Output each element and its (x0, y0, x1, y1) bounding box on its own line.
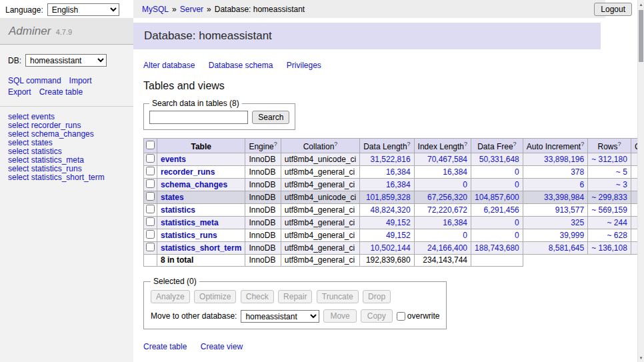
breadcrumb-link-mysql[interactable]: MySQL (142, 5, 169, 14)
breadcrumb-separator: » (172, 5, 177, 14)
select-all-checkbox[interactable] (146, 141, 155, 149)
search-input[interactable] (149, 111, 248, 124)
table-name-link[interactable]: states (161, 193, 184, 202)
logout-button[interactable]: Logout (594, 3, 632, 16)
vertical-scrollbar[interactable]: ▲ ▼ (637, 0, 644, 362)
table-name-link[interactable]: statistics (161, 205, 195, 215)
data-free-link[interactable]: 188,743,680 (475, 243, 519, 253)
auto-increment-link[interactable]: 39,999 (559, 231, 584, 240)
index-length-link[interactable]: 72,220,672 (427, 205, 467, 215)
rows-count-link[interactable]: ~ 5 (616, 167, 627, 177)
check-button[interactable]: Check (241, 290, 274, 303)
data-free-link[interactable]: 0 (515, 180, 519, 189)
rows-count-link[interactable]: ~ 569,159 (591, 205, 627, 215)
auto-increment-link[interactable]: 33,398,984 (544, 193, 584, 202)
table-name-link[interactable]: statistics_meta (161, 218, 219, 227)
row-checkbox[interactable] (146, 243, 155, 251)
data-free-link[interactable]: 104,857,600 (475, 193, 519, 202)
sidebar-item-select-statistics-short-term[interactable]: select statistics_short_term (8, 173, 125, 182)
index-length-link[interactable]: 24,166,400 (427, 243, 467, 253)
row-checkbox[interactable] (146, 205, 155, 213)
search-button[interactable]: Search (252, 111, 289, 124)
table-name-link[interactable]: events (161, 155, 186, 164)
analyze-button[interactable]: Analyze (151, 290, 190, 303)
data-length-link[interactable]: 48,824,320 (371, 205, 411, 215)
scroll-up-icon[interactable]: ▲ (638, 0, 644, 9)
alter-database-link[interactable]: Alter database (143, 61, 195, 70)
data-length-link[interactable]: 10,502,144 (371, 243, 411, 253)
data-length-link[interactable]: 101,859,328 (366, 193, 411, 202)
database-schema-link[interactable]: Database schema (209, 61, 273, 70)
data-length-link[interactable]: 16,384 (386, 180, 411, 189)
engine-cell: InnoDB (245, 153, 281, 166)
language-select[interactable]: English (47, 3, 119, 16)
table-row-recorder-runs: recorder_runs InnoDB utf8mb4_general_ci … (144, 166, 638, 179)
breadcrumb-link-server[interactable]: Server (180, 5, 203, 14)
index-length-link[interactable]: 0 (463, 180, 467, 189)
index-length-link[interactable]: 0 (463, 231, 467, 240)
overwrite-checkbox[interactable] (397, 312, 405, 321)
sidebar-link-create-table[interactable]: Create table (39, 87, 83, 97)
rows-count-link[interactable]: ~ 299,833 (591, 193, 627, 202)
row-checkbox[interactable] (146, 230, 155, 239)
table-name-link[interactable]: statistics_short_term (161, 243, 241, 253)
move-row: Move to other database: homeassistant Mo… (151, 309, 439, 323)
col-header-collation: Collation? (281, 139, 359, 153)
index-length-link[interactable]: 16,384 (443, 218, 467, 227)
privileges-link[interactable]: Privileges (287, 61, 321, 70)
data-free-link[interactable]: 50,331,648 (479, 155, 519, 164)
table-name-link[interactable]: statistics_runs (161, 231, 217, 240)
auto-increment-link[interactable]: 33,898,196 (544, 155, 584, 164)
data-length-link[interactable]: 16,384 (386, 167, 411, 177)
scrollbar-thumb[interactable] (639, 10, 643, 62)
auto-increment-link[interactable]: 6 (579, 180, 584, 189)
auto-increment-link[interactable]: 325 (571, 218, 584, 227)
table-name-link[interactable]: schema_changes (161, 180, 227, 189)
truncate-button[interactable]: Truncate (317, 290, 359, 303)
collation-cell: utf8mb4_general_ci (281, 166, 359, 179)
index-length-link[interactable]: 16,384 (443, 167, 467, 177)
rows-count-link[interactable]: ~ 244 (607, 218, 627, 227)
optimize-button[interactable]: Optimize (194, 290, 236, 303)
index-length-link[interactable]: 67,256,320 (427, 193, 467, 202)
auto-increment-link[interactable]: 913,577 (555, 205, 584, 215)
sidebar-link-export[interactable]: Export (8, 87, 31, 97)
rows-count-link[interactable]: ~ 136,108 (591, 243, 627, 253)
table-header-row: Table Engine? Collation? Data Length? In… (144, 139, 638, 153)
row-checkbox[interactable] (146, 192, 155, 201)
data-length-link[interactable]: 49,152 (386, 231, 411, 240)
copy-button[interactable]: Copy (361, 309, 393, 323)
sidebar-nav: SQL commandImport ExportCreate table (0, 67, 133, 106)
row-checkbox[interactable] (146, 179, 155, 188)
drop-button[interactable]: Drop (363, 290, 391, 303)
rows-count-link[interactable]: ~ 3 (616, 180, 627, 189)
auto-increment-link[interactable]: 378 (571, 167, 584, 177)
auto-increment-link[interactable]: 8,581,645 (549, 243, 584, 253)
create-table-link[interactable]: Create table (143, 342, 187, 351)
index-length-link[interactable]: 70,467,584 (427, 155, 467, 164)
db-select[interactable]: homeassistant (25, 54, 107, 67)
sidebar-link-import[interactable]: Import (69, 76, 92, 85)
rows-count-link[interactable]: ~ 312,180 (591, 155, 627, 164)
table-row-statistics-meta: statistics_meta InnoDB utf8mb4_general_c… (144, 217, 638, 229)
scroll-down-icon[interactable]: ▼ (638, 353, 644, 362)
repair-button[interactable]: Repair (278, 290, 312, 303)
sidebar-link-sql-command[interactable]: SQL command (8, 76, 61, 85)
create-view-link[interactable]: Create view (201, 342, 243, 351)
move-button[interactable]: Move (323, 309, 356, 323)
row-checkbox[interactable] (146, 167, 155, 175)
table-name-link[interactable]: recorder_runs (161, 167, 215, 177)
row-checkbox[interactable] (146, 154, 155, 163)
engine-cell: InnoDB (245, 166, 281, 179)
table-row-states: states InnoDB utf8mb4_unicode_ci 101,859… (144, 191, 638, 204)
data-free-link[interactable]: 0 (515, 218, 519, 227)
row-checkbox[interactable] (146, 217, 155, 226)
move-db-select[interactable]: homeassistant (241, 310, 319, 323)
data-length-link[interactable]: 31,522,816 (371, 155, 411, 164)
data-free-link[interactable]: 6,291,456 (483, 205, 519, 215)
data-length-link[interactable]: 49,152 (386, 218, 411, 227)
rows-count-link[interactable]: ~ 628 (607, 231, 627, 240)
data-free-link[interactable]: 0 (515, 231, 519, 240)
total-data-free (471, 255, 523, 267)
data-free-link[interactable]: 0 (515, 167, 519, 177)
